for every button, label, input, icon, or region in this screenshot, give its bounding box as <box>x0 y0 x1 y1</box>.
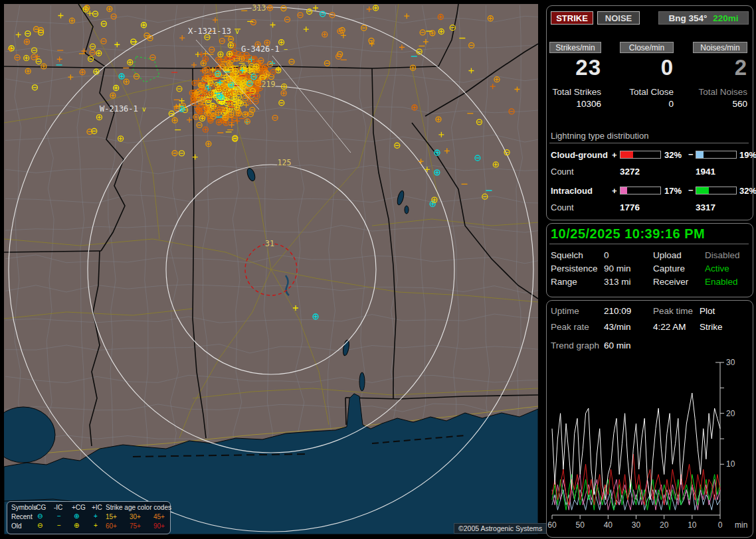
strikes-per-min-value: 23 <box>549 55 601 80</box>
uptime-label: Uptime <box>551 306 579 316</box>
trend-graph: 1020306050403020100min <box>547 358 751 534</box>
capture-state: Active <box>705 264 729 273</box>
strike-map[interactable]: X-1321-13 vG-3426-1 −W-2136-1 v 31321912… <box>0 0 543 539</box>
peak-rate-value: 43/min <box>604 322 631 332</box>
plot-mode-value: Strike <box>700 322 723 332</box>
noises-per-min-value: 2 <box>693 55 747 80</box>
strikes-per-min-chip[interactable]: Strikes/min <box>549 42 601 53</box>
persistence-value: 90 min <box>604 264 631 273</box>
peak-rate-label: Peak rate <box>551 322 589 332</box>
total-noises-value: 560 <box>686 99 747 109</box>
cg-pos-pct: 32% <box>664 150 682 160</box>
ic-neg-pct: 32% <box>739 186 756 196</box>
legend-row-label: Old <box>11 522 22 530</box>
count-label: Count <box>551 202 574 212</box>
legend-header: -IC <box>54 504 62 511</box>
range-label: Range <box>551 277 577 287</box>
ring-distance-label: 31 <box>265 239 274 248</box>
cg-neg-bar <box>696 151 737 159</box>
noise-toggle-button[interactable]: NOISE <box>597 11 640 25</box>
upload-state: Disabled <box>705 250 740 260</box>
svg-text:10: 10 <box>688 520 697 530</box>
close-per-min-chip[interactable]: Close/min <box>620 42 674 53</box>
divider <box>549 244 749 244</box>
cg-neg-pct: 19% <box>739 150 756 160</box>
divider <box>549 143 749 143</box>
strike-toggle-button[interactable]: STRIKE <box>551 11 593 25</box>
svg-text:60: 60 <box>547 520 557 530</box>
minus-sign: − <box>688 149 694 159</box>
svg-text:10: 10 <box>726 459 735 469</box>
receiver-label: Receiver <box>653 277 688 287</box>
ic-pos-count: 1776 <box>620 202 640 212</box>
session-panel: Uptime 210:09 Peak time Plot Peak rate 4… <box>546 300 753 538</box>
age-code: 90+ <box>153 522 165 530</box>
noises-per-min-chip[interactable]: Noises/min <box>693 42 747 53</box>
ic-neg-count: 3317 <box>696 202 715 212</box>
intracloud-label: Intracloud <box>551 186 593 196</box>
svg-text:0: 0 <box>718 520 723 530</box>
strike-symbol-glyph: ⊖ <box>37 522 43 529</box>
datetime-display: 10/25/2025 10:39:16 PM <box>551 226 705 242</box>
cg-pos-count: 3272 <box>620 167 640 177</box>
svg-text:30: 30 <box>726 358 735 367</box>
bearing-distance: 220mi <box>713 13 738 23</box>
bearing-display: Bng 354° 220mi <box>658 11 749 25</box>
total-noises-label: Total Noises <box>686 87 747 97</box>
legend-header: +CG <box>72 504 86 511</box>
strike-symbol-glyph: ⊕ <box>74 522 79 529</box>
strike-symbol-glyph: + <box>94 522 98 529</box>
plot-label: Plot <box>700 306 715 316</box>
bearing-value: Bng 354° <box>668 13 707 23</box>
persistence-label: Persistence <box>551 264 598 273</box>
cg-neg-count: 1941 <box>696 167 715 177</box>
legend-age-header: Strike age color codes <box>106 504 171 511</box>
peak-time-label: Peak time <box>653 306 693 316</box>
legend-header: -CG <box>34 504 46 511</box>
cloud-ground-label: Cloud-ground <box>551 150 608 160</box>
svg-text:min: min <box>735 520 747 530</box>
close-per-min-value: 0 <box>620 55 674 80</box>
legend-header: +IC <box>92 504 102 511</box>
plus-sign: + <box>612 186 617 196</box>
storm-cell-label: G-3426-1 − <box>241 44 288 54</box>
svg-text:40: 40 <box>604 520 613 530</box>
ic-pos-pct: 17% <box>664 186 682 196</box>
capture-label: Capture <box>653 264 685 273</box>
age-code: 30+ <box>130 513 141 520</box>
trend-graph-value: 60 min <box>604 341 631 350</box>
total-strikes-label: Total Strikes <box>547 87 601 97</box>
squelch-label: Squelch <box>551 250 583 260</box>
trend-series <box>552 454 720 505</box>
age-code: 75+ <box>130 522 141 530</box>
plus-sign: + <box>612 150 617 160</box>
upload-label: Upload <box>653 250 682 260</box>
stats-panel: STRIKE NOISE Bng 354° 220mi Strikes/min … <box>546 5 753 220</box>
strike-symbol-glyph: ⊖ <box>37 512 43 520</box>
age-code: 15+ <box>106 513 117 520</box>
total-close-value: 0 <box>613 99 674 109</box>
svg-text:20: 20 <box>726 409 735 418</box>
strike-symbol-glyph: + <box>94 512 98 520</box>
svg-text:30: 30 <box>632 520 641 530</box>
ic-pos-bar <box>620 187 661 194</box>
svg-text:50: 50 <box>575 520 585 530</box>
age-code: 45+ <box>153 513 165 520</box>
storm-cell-label: X-1321-13 v <box>188 27 239 36</box>
strike-symbol-glyph: − <box>57 512 61 520</box>
minus-sign: − <box>688 185 694 195</box>
legend-header: Symbols <box>11 504 37 511</box>
total-close-label: Total Close <box>613 87 674 97</box>
ring-distance-label: 219 <box>262 80 276 89</box>
uptime-value: 210:09 <box>604 306 631 316</box>
squelch-value: 0 <box>604 250 609 260</box>
app-window: { "app": {"copyright": "©2005 Astrogenic… <box>0 0 756 539</box>
status-panel: 10/25/2025 10:39:16 PM Squelch 0 Upload … <box>546 223 753 297</box>
copyright-badge: ©2005 Astrogenic Systems <box>454 523 547 534</box>
cg-pos-bar <box>620 151 661 159</box>
total-strikes-value: 10306 <box>547 99 601 109</box>
legend-row-label: Recent <box>11 513 33 520</box>
storm-cell-label: W-2136-1 v <box>100 104 146 114</box>
strike-symbol-glyph: − <box>57 522 61 529</box>
age-code: 60+ <box>106 522 117 530</box>
